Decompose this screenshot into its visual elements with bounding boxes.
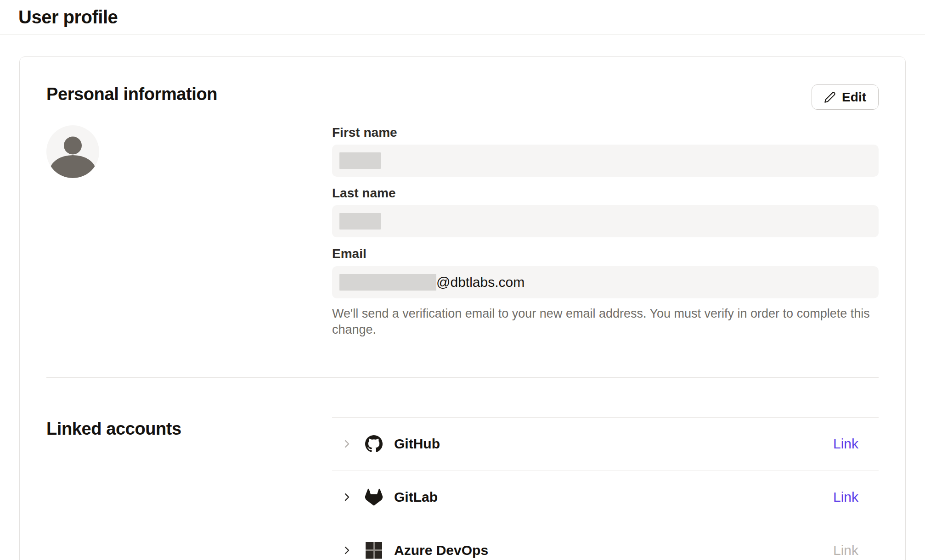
chevron-right-icon[interactable]: [341, 438, 352, 449]
gitlab-icon: [365, 488, 383, 506]
first-name-input: [332, 145, 879, 177]
email-label: Email: [332, 246, 879, 261]
pencil-icon: [824, 91, 836, 103]
personal-info-form: First name Last name Email @dbtlabs.: [332, 125, 879, 338]
account-name: GitHub: [394, 436, 440, 452]
chevron-right-icon[interactable]: [341, 492, 352, 503]
redacted-first-name: [339, 152, 381, 169]
first-name-field-group: First name: [332, 125, 879, 177]
azure-devops-icon: [365, 542, 383, 559]
redacted-email-user: [339, 274, 436, 291]
edit-button[interactable]: Edit: [812, 84, 879, 110]
github-link-action[interactable]: Link: [833, 436, 858, 452]
gitlab-link-action[interactable]: Link: [833, 489, 858, 505]
azure-devops-link-action: Link: [833, 543, 858, 558]
email-input: @dbtlabs.com: [332, 266, 879, 298]
linked-accounts-section: Linked accounts GitHub Link: [46, 378, 879, 560]
avatar-column: [46, 125, 332, 338]
last-name-label: Last name: [332, 186, 879, 201]
linked-accounts-heading: Linked accounts: [46, 419, 332, 439]
last-name-input: [332, 205, 879, 237]
github-icon: [365, 435, 383, 453]
last-name-field-group: Last name: [332, 186, 879, 237]
account-name: Azure DevOps: [394, 543, 488, 558]
email-domain-suffix: @dbtlabs.com: [436, 274, 525, 290]
account-row-gitlab[interactable]: GitLab Link: [332, 470, 879, 524]
edit-button-label: Edit: [842, 90, 866, 105]
account-name: GitLab: [394, 489, 438, 505]
chevron-right-icon[interactable]: [341, 545, 352, 556]
account-row-azure-devops[interactable]: Azure DevOps Link: [332, 524, 879, 560]
email-field-group: Email @dbtlabs.com We'll send a verifica…: [332, 246, 879, 337]
page-header: User profile: [0, 0, 925, 35]
account-row-github[interactable]: GitHub Link: [332, 417, 879, 470]
first-name-label: First name: [332, 125, 879, 140]
personal-information-heading: Personal information: [46, 84, 217, 104]
redacted-last-name: [339, 213, 381, 230]
email-verification-help: We'll send a verification email to your …: [332, 306, 879, 338]
linked-accounts-list: GitHub Link GitLab Link: [332, 417, 879, 560]
user-profile-card: Personal information Edit: [19, 56, 906, 560]
avatar: [46, 125, 99, 178]
page-title: User profile: [18, 7, 118, 28]
personal-information-section: Personal information Edit: [46, 84, 879, 378]
